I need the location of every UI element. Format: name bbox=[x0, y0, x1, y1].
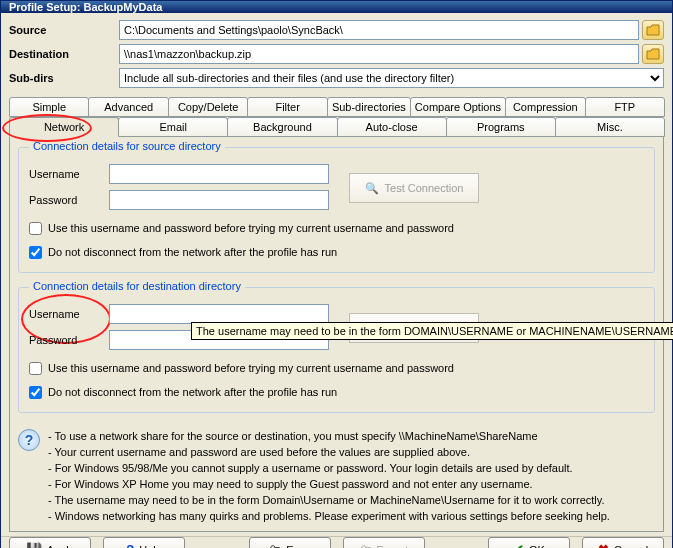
cross-icon: ✖ bbox=[598, 543, 609, 548]
tab-compare-options[interactable]: Compare Options bbox=[410, 97, 506, 117]
apply-label: Apply bbox=[47, 544, 75, 548]
source-use-creds-checkbox[interactable] bbox=[29, 222, 42, 235]
dest-no-disconnect-label: Do not disconnect from the network after… bbox=[48, 386, 337, 398]
help-line: - For Windows 95/98/Me you cannot supply… bbox=[48, 461, 610, 477]
source-test-connection-button[interactable]: 🔍 Test Connection bbox=[349, 173, 479, 203]
source-no-disconnect-checkbox[interactable] bbox=[29, 246, 42, 259]
titlebar: Profile Setup: BackupMyData bbox=[1, 1, 672, 13]
help-line: - Windows networking has many quirks and… bbox=[48, 509, 610, 525]
window-title: Profile Setup: BackupMyData bbox=[9, 1, 162, 13]
help-text: - To use a network share for the source … bbox=[48, 429, 610, 525]
help-label: Help bbox=[139, 544, 162, 548]
help-line: - For Windows XP Home you may need to su… bbox=[48, 477, 610, 493]
tab-background[interactable]: Background bbox=[227, 117, 337, 137]
tab-strip: Simple Advanced Copy/Delete Filter Sub-d… bbox=[9, 97, 664, 137]
tab-auto-close[interactable]: Auto-close bbox=[337, 117, 447, 137]
group-source-title: Connection details for source directory bbox=[29, 140, 225, 152]
group-source-connection: Connection details for source directory … bbox=[18, 147, 655, 273]
help-line: - To use a network share for the source … bbox=[48, 429, 610, 445]
help-icon: ? bbox=[126, 543, 134, 548]
easy-button[interactable]: 🗂 Easy bbox=[249, 537, 331, 548]
group-dest-title: Connection details for destination direc… bbox=[29, 280, 245, 292]
tab-compression[interactable]: Compression bbox=[505, 97, 585, 117]
tab-misc[interactable]: Misc. bbox=[555, 117, 665, 137]
apply-button[interactable]: 💾 Apply bbox=[9, 537, 91, 548]
destination-input[interactable] bbox=[119, 44, 639, 64]
easy-label: Easy bbox=[286, 544, 310, 548]
tab-network-label: Network bbox=[44, 121, 84, 133]
help-line: - Your current username and password are… bbox=[48, 445, 610, 461]
source-browse-button[interactable] bbox=[642, 20, 664, 40]
tab-email[interactable]: Email bbox=[118, 117, 228, 137]
dest-password-label: Password bbox=[29, 334, 109, 346]
dest-no-disconnect-checkbox[interactable] bbox=[29, 386, 42, 399]
tab-network[interactable]: Network bbox=[9, 117, 119, 137]
help-button[interactable]: ? Help bbox=[103, 537, 185, 548]
expert-icon: 🗂 bbox=[359, 543, 372, 548]
window: Profile Setup: BackupMyData Source Desti… bbox=[0, 0, 673, 548]
tab-ftp[interactable]: FTP bbox=[585, 97, 665, 117]
group-dest-connection: Connection details for destination direc… bbox=[18, 287, 655, 413]
source-no-disconnect-label: Do not disconnect from the network after… bbox=[48, 246, 337, 258]
source-input[interactable] bbox=[119, 20, 639, 40]
help-panel: ? - To use a network share for the sourc… bbox=[18, 429, 655, 525]
source-label: Source bbox=[9, 24, 119, 36]
ok-button[interactable]: ✔ OK bbox=[488, 537, 570, 548]
folder-icon bbox=[646, 48, 660, 60]
dest-use-creds-checkbox[interactable] bbox=[29, 362, 42, 375]
button-bar: 💾 Apply ? Help 🗂 Easy 🗂 Expert ✔ OK ✖ Ca… bbox=[1, 536, 672, 548]
expert-label: Expert bbox=[377, 544, 409, 548]
easy-icon: 🗂 bbox=[268, 543, 281, 548]
ok-label: OK bbox=[529, 544, 545, 548]
top-fields: Source Destination Sub-dirs Include all … bbox=[9, 19, 664, 91]
save-icon: 💾 bbox=[26, 543, 42, 548]
check-icon: ✔ bbox=[513, 543, 524, 548]
cancel-button[interactable]: ✖ Cancel bbox=[582, 537, 664, 548]
dest-use-creds-label: Use this username and password before tr… bbox=[48, 362, 454, 374]
content-area: Source Destination Sub-dirs Include all … bbox=[1, 13, 672, 536]
source-username-label: Username bbox=[29, 168, 109, 180]
tab-programs[interactable]: Programs bbox=[446, 117, 556, 137]
source-use-creds-label: Use this username and password before tr… bbox=[48, 222, 454, 234]
folder-icon bbox=[646, 24, 660, 36]
tab-copy-delete[interactable]: Copy/Delete bbox=[168, 97, 248, 117]
tab-filter[interactable]: Filter bbox=[247, 97, 327, 117]
destination-label: Destination bbox=[9, 48, 119, 60]
source-test-label: Test Connection bbox=[385, 182, 464, 194]
source-password-label: Password bbox=[29, 194, 109, 206]
binoculars-icon: 🔍 bbox=[365, 182, 379, 195]
dest-username-input[interactable] bbox=[109, 304, 329, 324]
tab-sub-directories[interactable]: Sub-directories bbox=[327, 97, 411, 117]
subdirs-select[interactable]: Include all sub-directories and their fi… bbox=[119, 68, 664, 88]
username-tooltip: The username may need to be in the form … bbox=[191, 322, 673, 340]
expert-button[interactable]: 🗂 Expert bbox=[343, 537, 425, 548]
source-username-input[interactable] bbox=[109, 164, 329, 184]
cancel-label: Cancel bbox=[614, 544, 648, 548]
dest-username-label: Username bbox=[29, 308, 109, 320]
info-icon: ? bbox=[18, 429, 40, 451]
source-password-input[interactable] bbox=[109, 190, 329, 210]
tab-advanced[interactable]: Advanced bbox=[88, 97, 168, 117]
help-line: - The username may need to be in the for… bbox=[48, 493, 610, 509]
tab-simple[interactable]: Simple bbox=[9, 97, 89, 117]
destination-browse-button[interactable] bbox=[642, 44, 664, 64]
tab-panel-network: Connection details for source directory … bbox=[9, 137, 664, 532]
subdirs-label: Sub-dirs bbox=[9, 72, 119, 84]
